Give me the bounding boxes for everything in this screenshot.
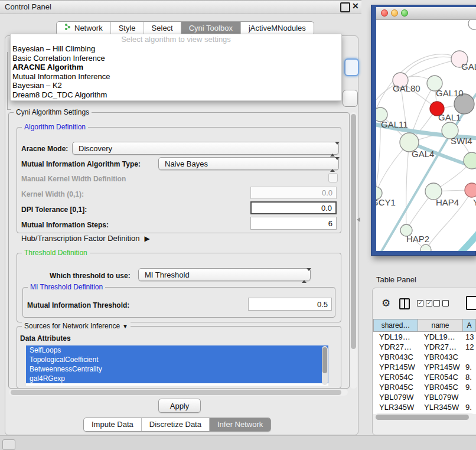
- manual-kernel-width-checkbox: [328, 173, 338, 182]
- network-view-window[interactable]: GAL8GAL80GAL10GAL1GAL11SWI4GAL4GCY1HAP4Y…: [371, 5, 476, 256]
- settings-vertical-scrollbar[interactable]: [350, 112, 357, 389]
- table-row[interactable]: YER054CYER054C8.: [373, 372, 476, 382]
- table-cell: YDL19…: [418, 332, 463, 342]
- table-row[interactable]: YBL079WYBL079W: [373, 392, 476, 402]
- table-row[interactable]: YPR145WYPR145W9.: [373, 362, 476, 372]
- network-node[interactable]: [464, 152, 476, 169]
- attribute-item-topologicalcoefficient[interactable]: TopologicalCoefficient: [26, 355, 328, 364]
- node-label: Y: [473, 197, 476, 207]
- node-label: GAL4: [412, 149, 434, 159]
- hub-transcription-factor-label: Hub/Transcription Factor Definition: [21, 234, 139, 243]
- node-label: GAL80: [393, 83, 420, 93]
- table-cell: 9.: [463, 402, 476, 412]
- splitter-collapse-icon[interactable]: [357, 217, 360, 222]
- tab-impute-data[interactable]: Impute Data: [84, 418, 142, 431]
- sources-group-title[interactable]: Sources for Network Inference▼: [22, 322, 131, 330]
- unchecked-box-icon: [433, 300, 440, 306]
- column-header-shared[interactable]: shared…: [373, 319, 418, 332]
- attributes-scrollbar[interactable]: [322, 346, 328, 385]
- column-header-name[interactable]: name: [418, 319, 463, 332]
- network-edge: [406, 142, 409, 230]
- table-header-row: shared…nameA: [373, 319, 476, 332]
- dpi-tolerance-field[interactable]: 0.0: [250, 201, 337, 214]
- unchecked-box-icon: [442, 300, 449, 306]
- tab-label: Infer Network: [217, 418, 263, 431]
- network-node[interactable]: [420, 244, 431, 251]
- table-row[interactable]: YBR045CYBR045C9.: [373, 382, 476, 392]
- node-label: GCY1: [376, 197, 396, 207]
- status-strip: [0, 435, 476, 450]
- column-layout-icon[interactable]: [399, 298, 410, 309]
- dropdown-item-bayesian-k2[interactable]: Bayesian – K2: [11, 81, 341, 90]
- table-cell: YBR045C: [373, 382, 418, 392]
- corner-button[interactable]: [2, 439, 15, 450]
- dropdown-item-aracne-algorithm[interactable]: ARACNE Algorithm: [11, 63, 341, 72]
- close-icon[interactable]: ✕: [352, 1, 359, 11]
- aracne-mode-select[interactable]: Discovery: [72, 142, 339, 155]
- apply-button[interactable]: Apply: [158, 399, 201, 413]
- tab-select[interactable]: Select: [144, 22, 181, 35]
- application-window: Control Panel ✕ NetworkStyleSelectCyni T…: [0, 0, 476, 450]
- tab-cyni-toolbox[interactable]: Cyni Toolbox: [181, 22, 241, 35]
- tab-discretize-data[interactable]: Discretize Data: [142, 418, 210, 431]
- table-cell: [463, 352, 476, 362]
- mac-zoom-icon[interactable]: [401, 9, 408, 17]
- tab-infer-network[interactable]: Infer Network: [210, 418, 270, 431]
- scrollbar-thumb[interactable]: [376, 415, 469, 420]
- float-window-icon[interactable]: [340, 2, 350, 12]
- attribute-item-selfloops[interactable]: SelfLoops: [26, 345, 328, 355]
- select-all-columns-icon[interactable]: ✓ ✓: [417, 300, 432, 306]
- tab-network[interactable]: Network: [57, 22, 111, 35]
- mi-steps-field[interactable]: 6: [250, 217, 337, 230]
- checked-box-icon: ✓: [426, 300, 432, 306]
- cyni-mode-tabs: Impute DataDiscretize DataInfer Network: [83, 418, 271, 432]
- tab-label: Impute Data: [92, 418, 133, 431]
- scrollbar-thumb[interactable]: [351, 114, 356, 349]
- table-cell: YDL19…: [373, 332, 418, 342]
- stepper-arrows-icon: [330, 160, 335, 169]
- scrollbar-thumb[interactable]: [322, 347, 327, 373]
- mi-threshold-field[interactable]: 0.5: [248, 298, 332, 311]
- tab-label: jActiveMNodules: [249, 22, 306, 35]
- mi-steps-label: Mutual Information Steps:: [21, 221, 109, 229]
- attribute-item-gal4rgexp[interactable]: gal4RGexp: [26, 374, 328, 383]
- hub-transcription-factor-expander[interactable]: Hub/Transcription Factor Definition▶: [21, 234, 150, 243]
- manual-kernel-width-label: Manual Kernel Width Definition: [21, 175, 126, 183]
- attribute-item-betweennesscentrality[interactable]: BetweennessCentrality: [26, 364, 328, 374]
- network-node[interactable]: [465, 183, 476, 197]
- mac-minimize-icon[interactable]: [391, 9, 398, 17]
- control-panel-title: Control Panel: [5, 2, 51, 11]
- column-header-a[interactable]: A: [463, 319, 476, 332]
- table-horizontal-scrollbar[interactable]: [374, 413, 475, 420]
- which-threshold-select[interactable]: MI Threshold: [138, 268, 311, 281]
- network-graph: GAL8GAL80GAL10GAL1GAL11SWI4GAL4GCY1HAP4Y…: [376, 20, 476, 251]
- mac-close-icon[interactable]: [381, 9, 388, 17]
- tab-style[interactable]: Style: [111, 22, 144, 35]
- dropdown-item-bayesian-hill-climbing[interactable]: Bayesian – Hill Climbing: [11, 44, 341, 54]
- table-row[interactable]: YLR345WYLR345W9.: [373, 402, 476, 412]
- dropdown-item-dream8-dc-tdc-algorithm[interactable]: Dream8 DC_TDC Algorithm: [11, 90, 341, 100]
- table-row[interactable]: YBR043CYBR043C: [373, 352, 476, 362]
- table-cell: YPR145W: [373, 362, 418, 372]
- table-row[interactable]: YDR27…YDR27…12: [373, 342, 476, 352]
- deselect-all-columns-icon[interactable]: [433, 300, 449, 306]
- obscured-combo-fragment: [343, 90, 358, 107]
- document-icon[interactable]: [466, 296, 476, 310]
- table-cell: YBL079W: [418, 392, 463, 402]
- dropdown-item-mutual-information-inference[interactable]: Mutual Information Inference: [11, 72, 341, 81]
- node-label: GAL10: [436, 88, 464, 98]
- table-row[interactable]: YDL19…YDL19…13: [373, 332, 476, 342]
- tab-jactivemnodules[interactable]: jActiveMNodules: [241, 22, 314, 35]
- scrollbar-thumb[interactable]: [11, 390, 341, 395]
- table-cell: [463, 392, 476, 402]
- network-canvas[interactable]: GAL8GAL80GAL10GAL1GAL11SWI4GAL4GCY1HAP4Y…: [376, 20, 476, 251]
- expand-right-icon: ▶: [144, 234, 149, 243]
- gear-icon[interactable]: ⚙: [382, 297, 390, 309]
- tab-label: Network: [74, 22, 103, 35]
- dropdown-item-basic-correlation-inference[interactable]: Basic Correlation Inference: [11, 54, 341, 63]
- stepper-arrows-icon: [330, 145, 335, 154]
- settings-horizontal-scrollbar[interactable]: [9, 389, 348, 396]
- tab-label: Discretize Data: [149, 418, 201, 431]
- network-node[interactable]: [468, 20, 476, 30]
- mi-algorithm-type-select[interactable]: Naive Bayes: [158, 157, 339, 170]
